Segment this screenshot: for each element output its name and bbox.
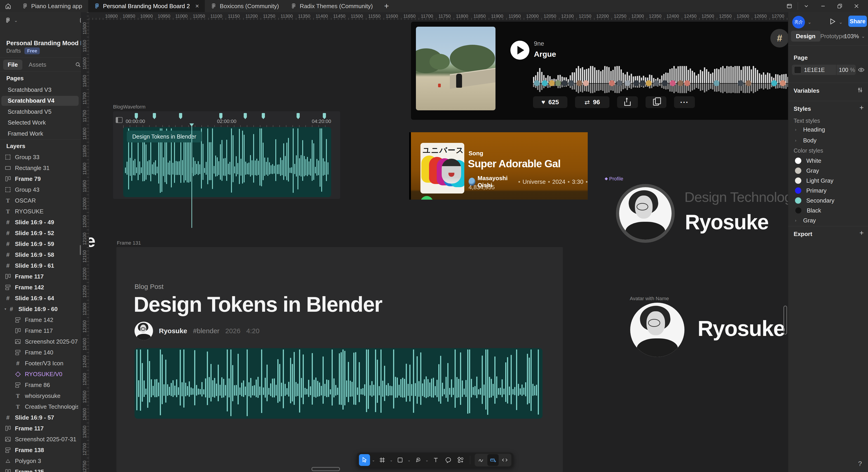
layer-whoisryosuke[interactable]: Twhoisryosuke xyxy=(14,390,81,401)
layer-screenshot-2025-07-31-005743-1[interactable]: Screenshot 2025-07-31 005743 1 xyxy=(14,336,81,347)
zoom-control[interactable]: 103%⌄ xyxy=(844,31,865,41)
sidebar-page-scratchboard-v5[interactable]: Scratchboard V5 xyxy=(1,107,79,117)
page-color-field[interactable]: 1E1E1E xyxy=(792,65,836,75)
user-avatar[interactable]: 亮介 xyxy=(792,16,805,29)
sidebar-resize-handle[interactable] xyxy=(80,245,81,255)
eye-icon[interactable] xyxy=(858,66,865,73)
chevron-right-icon[interactable]: › xyxy=(795,138,798,143)
layer-screenshot-2025-07-31-005743-1[interactable]: Screenshot 2025-07-31 005743 1 xyxy=(4,434,81,445)
color-style-white[interactable]: White xyxy=(788,156,868,166)
actions-tool[interactable] xyxy=(455,454,466,466)
frame-tool[interactable] xyxy=(377,454,388,466)
layer-ryosuke[interactable]: TRYOSUKE xyxy=(4,206,81,217)
draw-tool[interactable] xyxy=(475,454,487,466)
layer-slide-16-9-64[interactable]: #Slide 16:9 - 64 xyxy=(4,293,81,304)
color-style-black[interactable]: Black xyxy=(788,205,868,216)
comment-tool[interactable] xyxy=(443,454,454,466)
layer-rectangle-31[interactable]: Rectangle 31 xyxy=(4,162,81,174)
file-tab[interactable]: Personal Branding Mood Board 2× xyxy=(88,0,205,12)
page-color-swatch[interactable] xyxy=(794,66,801,73)
layer-slide-16-9-49[interactable]: #Slide 16:9 - 49 xyxy=(4,217,81,228)
layer-slide-16-9-59[interactable]: #Slide 16:9 - 59 xyxy=(4,239,81,249)
layer-frame-138[interactable]: Frame 138 xyxy=(4,445,81,455)
present-icon[interactable] xyxy=(829,18,836,25)
color-style-primary[interactable]: Primary xyxy=(788,185,868,196)
file-tab[interactable]: Radix Themes (Community) xyxy=(285,0,379,12)
sidebar-page-selected-work[interactable]: Selected Work xyxy=(1,118,79,128)
sidebar-page-framed-work[interactable]: Framed Work xyxy=(1,129,79,138)
user-chevron-icon[interactable]: ⌄ xyxy=(808,20,811,25)
file-tab[interactable]: Boxicons (Community) xyxy=(205,0,285,12)
layer-footer-v3-icon[interactable]: #Footer/V3 Icon xyxy=(14,358,81,369)
text-style-body[interactable]: ›Body xyxy=(788,135,868,146)
layer-slide-16-9-58[interactable]: #Slide 16:9 - 58 xyxy=(4,249,81,260)
tab-design[interactable]: Design xyxy=(791,31,820,41)
color-style-secondary[interactable]: Secondary xyxy=(788,195,868,206)
text-tool[interactable] xyxy=(430,454,441,466)
add-export-icon[interactable]: + xyxy=(860,229,864,237)
layer-frame-79[interactable]: Frame 79 xyxy=(4,174,81,184)
share-button[interactable]: Share xyxy=(848,15,867,27)
layer-frame-142[interactable]: Frame 142 xyxy=(4,282,81,293)
file-location[interactable]: Drafts xyxy=(6,48,21,54)
home-icon[interactable] xyxy=(0,0,16,12)
layer-frame-117[interactable]: Frame 117 xyxy=(4,271,81,282)
rectangle-tool[interactable] xyxy=(395,454,406,466)
layer-frame-117[interactable]: Frame 117 xyxy=(4,423,81,434)
tab-assets[interactable]: Assets xyxy=(29,61,46,68)
pen-tool[interactable] xyxy=(412,454,424,466)
file-menu-chevron-icon[interactable]: ⌄ xyxy=(14,18,18,23)
layer-creative-technologist-creating-int[interactable]: TCreative Technologist creating int xyxy=(14,401,81,412)
layer-frame-142[interactable]: Frame 142 xyxy=(14,314,81,325)
layer-group-43[interactable]: Group 43 xyxy=(4,184,81,195)
layer-ryosuke-v0[interactable]: RYOSUKE/V0 xyxy=(14,369,81,380)
text-style-heading[interactable]: ›Heading xyxy=(788,124,868,135)
layer-frame-86[interactable]: Frame 86 xyxy=(14,380,81,390)
layer-slide-16-9-60[interactable]: ▾#Slide 16:9 - 60 xyxy=(4,304,81,314)
layer-slide-16-9-52[interactable]: #Slide 16:9 - 52 xyxy=(4,228,81,239)
layer-frame-140[interactable]: Frame 140 xyxy=(14,347,81,358)
sidebar-page-scratchboard-v3[interactable]: Scratchboard V3 xyxy=(1,85,79,95)
minimize-icon[interactable] xyxy=(815,0,831,12)
close-tab-icon[interactable]: × xyxy=(195,2,199,10)
close-icon[interactable] xyxy=(848,0,865,12)
color-style-gray[interactable]: ›Gray xyxy=(788,215,868,226)
frame-tool-chevron-icon[interactable]: ⌄ xyxy=(389,458,393,462)
layer-slide-16-9-61[interactable]: #Slide 16:9 - 61 xyxy=(4,260,81,271)
add-style-icon[interactable]: + xyxy=(860,103,864,112)
new-window-icon[interactable] xyxy=(781,0,798,12)
layer-frame-117[interactable]: Frame 117 xyxy=(14,325,81,336)
move-tool[interactable] xyxy=(359,454,370,466)
tab-list-chevron-icon[interactable] xyxy=(798,0,815,12)
figma-logo-icon[interactable] xyxy=(5,18,11,23)
canvas[interactable] xyxy=(89,12,788,472)
code-tool[interactable] xyxy=(499,454,510,466)
layers-options-icon[interactable] xyxy=(81,143,81,149)
file-title[interactable]: Personal Branding Mood B... xyxy=(6,40,81,47)
color-style-light-gray[interactable]: Light Gray xyxy=(788,176,868,186)
expand-chevron-icon[interactable]: ▾ xyxy=(4,307,6,311)
pen-tool-chevron-icon[interactable]: ⌄ xyxy=(425,458,429,462)
new-tab-button[interactable]: + xyxy=(379,0,395,12)
page-opacity-field[interactable]: 100% xyxy=(836,65,856,75)
collapse-panel-icon[interactable] xyxy=(80,17,81,24)
color-style-gray[interactable]: Gray xyxy=(788,165,868,176)
present-chevron-icon[interactable]: ⌄ xyxy=(839,20,843,25)
layer-slide-16-9-57[interactable]: #Slide 16:9 - 57 xyxy=(4,412,81,423)
chevron-right-icon[interactable]: › xyxy=(795,127,798,132)
move-tool-chevron-icon[interactable]: ⌄ xyxy=(371,458,375,462)
layer-frame-135[interactable]: Frame 135 xyxy=(4,466,81,472)
layer-group-33[interactable]: Group 33 xyxy=(4,152,81,162)
file-tab[interactable]: Piano Learning app xyxy=(16,0,88,12)
restore-icon[interactable] xyxy=(831,0,848,12)
tab-file[interactable]: File xyxy=(3,60,22,70)
help-icon[interactable]: ? xyxy=(858,460,862,468)
layer-oscar[interactable]: TOSCAR xyxy=(4,195,81,206)
rectangle-tool-chevron-icon[interactable]: ⌄ xyxy=(407,458,411,462)
variables-icon[interactable] xyxy=(857,87,863,93)
search-icon[interactable] xyxy=(75,62,81,68)
layer-polygon-3[interactable]: Polygon 3 xyxy=(4,455,81,466)
measure-tool[interactable] xyxy=(487,454,499,466)
chevron-right-icon[interactable]: › xyxy=(795,218,798,223)
sidebar-page-scratchboard-v4[interactable]: Scratchboard V4 xyxy=(1,96,79,106)
